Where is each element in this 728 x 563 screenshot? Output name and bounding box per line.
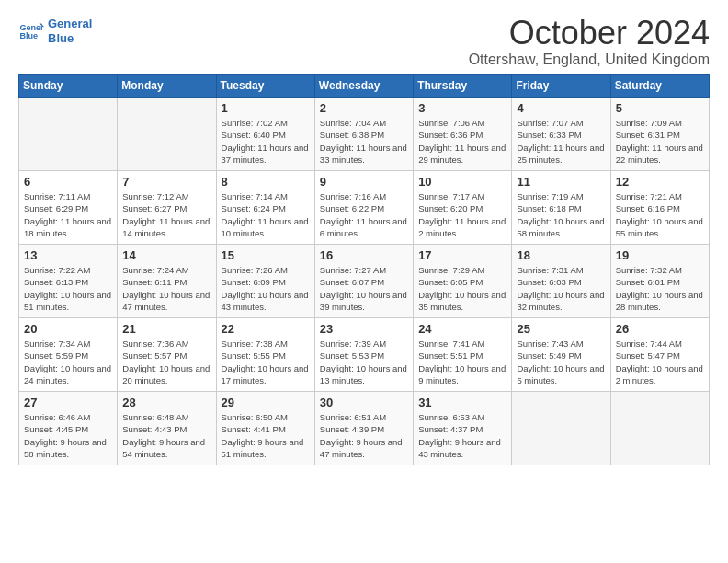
day-number: 26	[616, 322, 704, 336]
cell-info: Sunrise: 7:11 AMSunset: 6:29 PMDaylight:…	[24, 190, 112, 239]
logo-icon: General Blue	[18, 18, 44, 44]
calendar-cell: 4Sunrise: 7:07 AMSunset: 6:33 PMDaylight…	[512, 98, 610, 171]
day-number: 10	[418, 175, 506, 189]
cell-info: Sunrise: 7:21 AMSunset: 6:16 PMDaylight:…	[616, 190, 704, 239]
cell-info: Sunrise: 7:14 AMSunset: 6:24 PMDaylight:…	[222, 190, 310, 239]
column-header-monday: Monday	[118, 75, 216, 98]
calendar-cell: 10Sunrise: 7:17 AMSunset: 6:20 PMDayligh…	[414, 171, 512, 245]
cell-info: Sunrise: 7:19 AMSunset: 6:18 PMDaylight:…	[517, 190, 605, 239]
calendar-cell: 7Sunrise: 7:12 AMSunset: 6:27 PMDaylight…	[118, 171, 216, 245]
calendar-cell: 30Sunrise: 6:51 AMSunset: 4:39 PMDayligh…	[314, 392, 413, 465]
day-number: 9	[320, 175, 408, 189]
calendar-cell: 18Sunrise: 7:31 AMSunset: 6:03 PMDayligh…	[512, 245, 610, 318]
cell-info: Sunrise: 7:24 AMSunset: 6:11 PMDaylight:…	[122, 264, 210, 313]
calendar-cell: 26Sunrise: 7:44 AMSunset: 5:47 PMDayligh…	[610, 318, 709, 392]
calendar-cell: 25Sunrise: 7:43 AMSunset: 5:49 PMDayligh…	[512, 318, 610, 392]
column-header-thursday: Thursday	[414, 75, 512, 98]
cell-info: Sunrise: 7:06 AMSunset: 6:36 PMDaylight:…	[418, 117, 506, 166]
calendar-cell: 12Sunrise: 7:21 AMSunset: 6:16 PMDayligh…	[610, 171, 709, 245]
header: General Blue General Blue October 2024 O…	[18, 17, 710, 68]
calendar-cell	[19, 98, 118, 171]
column-header-sunday: Sunday	[19, 75, 118, 98]
header-row: SundayMondayTuesdayWednesdayThursdayFrid…	[19, 75, 710, 98]
cell-info: Sunrise: 6:50 AMSunset: 4:41 PMDaylight:…	[222, 411, 310, 460]
cell-info: Sunrise: 7:29 AMSunset: 6:05 PMDaylight:…	[418, 264, 506, 313]
calendar-cell: 24Sunrise: 7:41 AMSunset: 5:51 PMDayligh…	[414, 318, 512, 392]
calendar-cell: 2Sunrise: 7:04 AMSunset: 6:38 PMDaylight…	[314, 98, 413, 171]
day-number: 8	[222, 175, 310, 189]
calendar-cell: 5Sunrise: 7:09 AMSunset: 6:31 PMDaylight…	[610, 98, 709, 171]
calendar-cell: 9Sunrise: 7:16 AMSunset: 6:22 PMDaylight…	[314, 171, 413, 245]
day-number: 14	[122, 248, 210, 262]
cell-info: Sunrise: 7:17 AMSunset: 6:20 PMDaylight:…	[418, 190, 506, 239]
day-number: 29	[222, 396, 310, 409]
week-row-1: 1Sunrise: 7:02 AMSunset: 6:40 PMDaylight…	[19, 98, 710, 171]
day-number: 31	[418, 396, 506, 409]
column-header-tuesday: Tuesday	[216, 75, 314, 98]
week-row-3: 13Sunrise: 7:22 AMSunset: 6:13 PMDayligh…	[19, 245, 710, 318]
day-number: 12	[616, 175, 704, 189]
calendar-cell: 22Sunrise: 7:38 AMSunset: 5:55 PMDayligh…	[216, 318, 314, 392]
calendar-cell: 21Sunrise: 7:36 AMSunset: 5:57 PMDayligh…	[118, 318, 216, 392]
title-block: October 2024 Ottershaw, England, United …	[469, 17, 710, 68]
calendar-cell: 6Sunrise: 7:11 AMSunset: 6:29 PMDaylight…	[19, 171, 118, 245]
day-number: 18	[517, 248, 605, 262]
column-header-saturday: Saturday	[610, 75, 709, 98]
cell-info: Sunrise: 7:27 AMSunset: 6:07 PMDaylight:…	[320, 264, 408, 313]
calendar-cell: 16Sunrise: 7:27 AMSunset: 6:07 PMDayligh…	[314, 245, 413, 318]
page: General Blue General Blue October 2024 O…	[0, 0, 728, 475]
day-number: 24	[418, 322, 506, 336]
calendar-cell: 11Sunrise: 7:19 AMSunset: 6:18 PMDayligh…	[512, 171, 610, 245]
cell-info: Sunrise: 6:48 AMSunset: 4:43 PMDaylight:…	[122, 411, 210, 460]
day-number: 2	[320, 101, 408, 115]
cell-info: Sunrise: 7:22 AMSunset: 6:13 PMDaylight:…	[24, 264, 112, 313]
calendar-cell: 19Sunrise: 7:32 AMSunset: 6:01 PMDayligh…	[610, 245, 709, 318]
day-number: 5	[616, 101, 704, 115]
location-title: Ottershaw, England, United Kingdom	[469, 52, 710, 68]
calendar-cell	[512, 392, 610, 465]
calendar-table: SundayMondayTuesdayWednesdayThursdayFrid…	[18, 74, 710, 465]
column-header-wednesday: Wednesday	[314, 75, 413, 98]
cell-info: Sunrise: 7:12 AMSunset: 6:27 PMDaylight:…	[122, 190, 210, 239]
calendar-cell: 23Sunrise: 7:39 AMSunset: 5:53 PMDayligh…	[314, 318, 413, 392]
day-number: 6	[24, 175, 112, 189]
day-number: 23	[320, 322, 408, 336]
week-row-2: 6Sunrise: 7:11 AMSunset: 6:29 PMDaylight…	[19, 171, 710, 245]
logo-text: General Blue	[48, 17, 92, 45]
day-number: 1	[222, 101, 310, 115]
cell-info: Sunrise: 7:32 AMSunset: 6:01 PMDaylight:…	[616, 264, 704, 313]
week-row-4: 20Sunrise: 7:34 AMSunset: 5:59 PMDayligh…	[19, 318, 710, 392]
calendar-cell: 28Sunrise: 6:48 AMSunset: 4:43 PMDayligh…	[118, 392, 216, 465]
day-number: 21	[122, 322, 210, 336]
cell-info: Sunrise: 7:04 AMSunset: 6:38 PMDaylight:…	[320, 117, 408, 166]
cell-info: Sunrise: 7:39 AMSunset: 5:53 PMDaylight:…	[320, 338, 408, 386]
day-number: 28	[122, 396, 210, 409]
calendar-cell: 1Sunrise: 7:02 AMSunset: 6:40 PMDaylight…	[216, 98, 314, 171]
day-number: 25	[517, 322, 605, 336]
calendar-cell: 14Sunrise: 7:24 AMSunset: 6:11 PMDayligh…	[118, 245, 216, 318]
calendar-cell: 3Sunrise: 7:06 AMSunset: 6:36 PMDaylight…	[414, 98, 512, 171]
day-number: 13	[24, 248, 112, 262]
calendar-cell: 15Sunrise: 7:26 AMSunset: 6:09 PMDayligh…	[216, 245, 314, 318]
week-row-5: 27Sunrise: 6:46 AMSunset: 4:45 PMDayligh…	[19, 392, 710, 465]
cell-info: Sunrise: 7:34 AMSunset: 5:59 PMDaylight:…	[24, 338, 112, 386]
svg-text:Blue: Blue	[19, 31, 38, 40]
calendar-cell: 17Sunrise: 7:29 AMSunset: 6:05 PMDayligh…	[414, 245, 512, 318]
cell-info: Sunrise: 7:43 AMSunset: 5:49 PMDaylight:…	[517, 338, 605, 386]
cell-info: Sunrise: 7:41 AMSunset: 5:51 PMDaylight:…	[418, 338, 506, 386]
cell-info: Sunrise: 6:51 AMSunset: 4:39 PMDaylight:…	[320, 411, 408, 460]
cell-info: Sunrise: 7:07 AMSunset: 6:33 PMDaylight:…	[517, 117, 605, 166]
cell-info: Sunrise: 7:36 AMSunset: 5:57 PMDaylight:…	[122, 338, 210, 386]
cell-info: Sunrise: 7:31 AMSunset: 6:03 PMDaylight:…	[517, 264, 605, 313]
day-number: 30	[320, 396, 408, 409]
day-number: 17	[418, 248, 506, 262]
cell-info: Sunrise: 7:16 AMSunset: 6:22 PMDaylight:…	[320, 190, 408, 239]
calendar-cell: 27Sunrise: 6:46 AMSunset: 4:45 PMDayligh…	[19, 392, 118, 465]
day-number: 22	[222, 322, 310, 336]
day-number: 20	[24, 322, 112, 336]
logo: General Blue General Blue	[18, 17, 92, 45]
day-number: 4	[517, 101, 605, 115]
cell-info: Sunrise: 7:44 AMSunset: 5:47 PMDaylight:…	[616, 338, 704, 386]
cell-info: Sunrise: 7:09 AMSunset: 6:31 PMDaylight:…	[616, 117, 704, 166]
day-number: 16	[320, 248, 408, 262]
